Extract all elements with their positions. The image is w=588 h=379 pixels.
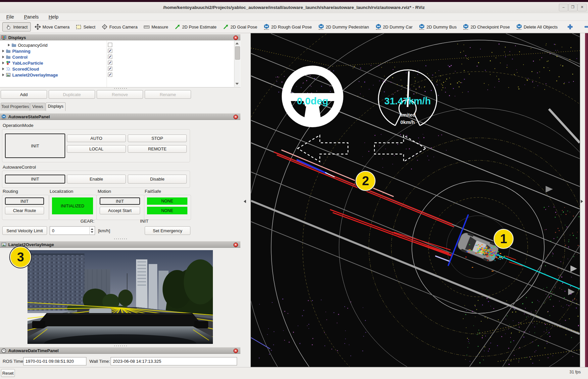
tool-2d-dummy-bus[interactable]: 2D Dummy Bus — [419, 24, 457, 30]
add-tool-button[interactable] — [567, 24, 573, 30]
tool-move-camera[interactable]: Move Camera — [35, 24, 70, 30]
add-button[interactable]: Add — [1, 90, 47, 99]
tab-displays[interactable]: Displays — [46, 102, 66, 111]
3d-viewport[interactable]: 0.0deg 31.47km/h limited 0km/h 2 1 — [251, 33, 580, 367]
scroll-up-icon[interactable] — [235, 42, 239, 44]
splitter-handle[interactable] — [114, 238, 127, 240]
splitter-collapse-left-icon[interactable] — [244, 200, 246, 203]
selection-box-icon — [76, 24, 82, 30]
duplicate-button[interactable]: Duplicate — [49, 90, 95, 99]
rename-button[interactable]: Rename — [145, 90, 191, 99]
menu-help[interactable]: Help — [44, 14, 64, 20]
minimize-button[interactable]: – — [559, 4, 568, 11]
tool-delete-all-objects[interactable]: Delete All Objects — [516, 24, 558, 30]
expand-icon[interactable] — [2, 56, 4, 58]
image-panel-title: Lanelet2OverlayImage — [8, 242, 54, 247]
image-icon — [1, 242, 6, 247]
velocity-limit-spinbox[interactable]: 0 — [50, 226, 95, 235]
autoware-logo-icon — [375, 24, 381, 30]
splitter-handle[interactable] — [114, 345, 127, 347]
autoware-control-init-button[interactable]: INIT — [5, 175, 65, 184]
ruler-icon — [144, 24, 150, 30]
image-panel-header[interactable]: Lanelet2OverlayImage ✕ — [0, 241, 240, 248]
autoware-logo-icon — [264, 24, 270, 30]
splitter-collapse-right-icon[interactable] — [581, 200, 583, 203]
tree-row-control[interactable]: Control ✓ — [0, 54, 240, 60]
move-icon — [35, 24, 41, 30]
autoware-control-enable-button[interactable]: Enable — [67, 175, 126, 184]
tool-2d-dummy-car[interactable]: 2D Dummy Car — [375, 24, 413, 30]
ros-time-label: ROS Time: — [3, 359, 24, 364]
displays-panel-header[interactable]: Displays ✕ — [0, 34, 240, 41]
spin-up-icon[interactable] — [91, 228, 93, 230]
ros-time-field[interactable]: 1970-01-01 09:08:51.920 — [23, 357, 86, 365]
close-icon[interactable]: ✕ — [233, 349, 238, 353]
localization-label: Localization — [50, 189, 73, 194]
titlebar[interactable]: /home/kentoyabuuchi2/Projects/yabloc_aut… — [0, 2, 588, 14]
operation-mode-auto-button[interactable]: AUTO — [67, 135, 126, 142]
visibility-checkbox[interactable]: ✓ — [108, 67, 112, 71]
maximize-button[interactable]: ❐ — [568, 4, 577, 11]
autoware-control-disable-button[interactable]: Disable — [128, 175, 187, 184]
tab-views[interactable]: Views — [30, 103, 45, 111]
expand-icon[interactable] — [2, 68, 4, 70]
tree-row-scoredcloud[interactable]: ScoredCloud ✓ — [0, 66, 240, 72]
tool-2d-dummy-pedestrian[interactable]: 2D Dummy Pedestrian — [318, 24, 369, 30]
datetime-panel-header[interactable]: AutowareDateTimePanel ✕ — [0, 347, 240, 354]
scrollbar-thumb[interactable] — [235, 46, 240, 60]
tree-row-planning[interactable]: Planning ✓ — [0, 48, 240, 54]
close-icon[interactable]: ✕ — [233, 115, 238, 119]
operation-mode-init-button[interactable]: INIT — [5, 134, 65, 158]
tree-row-yablocparticle[interactable]: YabLocParticle ✓ — [0, 60, 240, 66]
state-panel-header[interactable]: AutowareStatePanel ✕ — [0, 113, 240, 120]
visibility-checkbox[interactable]: ✓ — [108, 49, 112, 53]
expand-icon[interactable] — [8, 44, 10, 46]
tool-2d-goal-pose[interactable]: 2D Goal Pose — [223, 24, 257, 30]
menu-file[interactable]: File — [1, 14, 19, 20]
scroll-down-icon[interactable] — [235, 83, 239, 85]
accept-start-button[interactable]: Accept Start — [100, 207, 140, 214]
pointcloud-icon — [6, 67, 11, 71]
expand-icon[interactable] — [2, 50, 4, 52]
clock-icon — [1, 348, 6, 353]
clear-route-button[interactable]: Clear Route — [5, 207, 44, 214]
tool-2d-pose-estimate[interactable]: 2D Pose Estimate — [174, 24, 217, 30]
tool-focus-camera[interactable]: Focus Camera — [102, 24, 137, 30]
spin-down-icon[interactable] — [91, 231, 93, 233]
tree-row-occupancygrid[interactable]: OccupancyGrid — [0, 42, 240, 48]
tree-row-lanelet2overlayimage[interactable]: Lanelet2OverlayImage ✓ — [0, 72, 240, 78]
expand-icon[interactable] — [2, 62, 4, 64]
reset-button[interactable]: Reset — [1, 369, 15, 377]
close-icon[interactable]: ✕ — [233, 35, 238, 40]
tool-interact[interactable]: Interact — [2, 22, 31, 31]
visibility-checkbox[interactable]: ✓ — [108, 55, 112, 59]
operation-mode-remote-button[interactable]: REMOTE — [128, 145, 187, 153]
splitter-handle[interactable] — [114, 88, 127, 89]
routing-init-button[interactable]: INIT — [5, 197, 44, 205]
expand-icon[interactable] — [2, 74, 4, 76]
close-icon[interactable]: ✕ — [233, 243, 238, 247]
tool-2d-checkpoint-pose[interactable]: 2D Checkpoint Pose — [463, 24, 510, 30]
operation-mode-local-button[interactable]: LOCAL — [67, 145, 126, 153]
set-emergency-button[interactable]: Set Emergency — [145, 226, 190, 235]
visibility-checkbox[interactable] — [108, 43, 112, 47]
tool-measure[interactable]: Measure — [144, 24, 168, 30]
tree-scrollbar[interactable] — [234, 40, 240, 87]
tool-2d-rough-goal-pose[interactable]: 2D Rough Goal Pose — [264, 24, 312, 30]
visibility-checkbox[interactable]: ✓ — [108, 73, 112, 77]
remove-button[interactable]: Remove — [97, 90, 143, 99]
wall-time-field[interactable]: 2023-06-08 14:17:13.325 — [111, 357, 237, 365]
failsafe-mrm-state-badge: NONE — [147, 197, 187, 205]
send-velocity-limit-button[interactable]: Send Velocity Limit — [2, 226, 47, 235]
spinner-arrows[interactable] — [89, 227, 94, 234]
remove-tool-button[interactable] — [584, 24, 588, 30]
motion-init-button[interactable]: INIT — [100, 197, 140, 205]
visibility-checkbox[interactable]: ✓ — [108, 61, 112, 65]
operation-mode-label: OperationMode — [3, 123, 33, 128]
tool-select[interactable]: Select — [76, 24, 95, 30]
close-button[interactable]: ✕ — [577, 4, 587, 11]
operation-mode-stop-button[interactable]: STOP — [128, 135, 187, 142]
tab-tool-properties[interactable]: Tool Properties — [1, 103, 30, 111]
folder-icon — [6, 55, 11, 59]
menu-panels[interactable]: Panels — [19, 14, 43, 20]
